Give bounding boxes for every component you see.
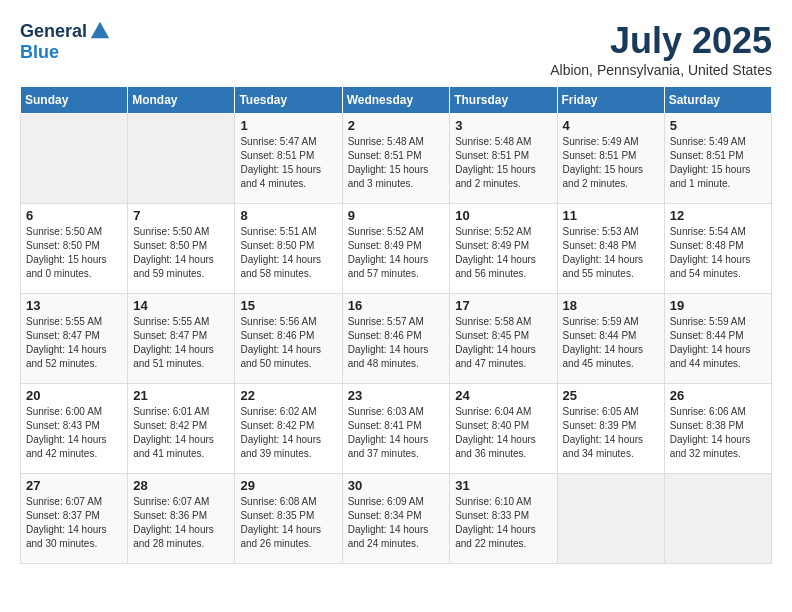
day-info: Sunrise: 6:01 AMSunset: 8:42 PMDaylight:… [133,405,229,461]
day-info: Sunrise: 6:10 AMSunset: 8:33 PMDaylight:… [455,495,551,551]
calendar-week-row: 1Sunrise: 5:47 AMSunset: 8:51 PMDaylight… [21,114,772,204]
day-info: Sunrise: 6:04 AMSunset: 8:40 PMDaylight:… [455,405,551,461]
day-info: Sunrise: 5:49 AMSunset: 8:51 PMDaylight:… [670,135,766,191]
day-number: 12 [670,208,766,223]
calendar-cell: 17Sunrise: 5:58 AMSunset: 8:45 PMDayligh… [450,294,557,384]
day-number: 22 [240,388,336,403]
weekday-header-wednesday: Wednesday [342,87,450,114]
logo: General Blue [20,20,111,63]
calendar-cell: 27Sunrise: 6:07 AMSunset: 8:37 PMDayligh… [21,474,128,564]
calendar-cell: 28Sunrise: 6:07 AMSunset: 8:36 PMDayligh… [128,474,235,564]
day-info: Sunrise: 5:52 AMSunset: 8:49 PMDaylight:… [348,225,445,281]
day-number: 18 [563,298,659,313]
day-number: 29 [240,478,336,493]
calendar-cell: 26Sunrise: 6:06 AMSunset: 8:38 PMDayligh… [664,384,771,474]
calendar-cell: 2Sunrise: 5:48 AMSunset: 8:51 PMDaylight… [342,114,450,204]
calendar-cell: 6Sunrise: 5:50 AMSunset: 8:50 PMDaylight… [21,204,128,294]
day-number: 16 [348,298,445,313]
day-info: Sunrise: 6:00 AMSunset: 8:43 PMDaylight:… [26,405,122,461]
day-number: 2 [348,118,445,133]
day-info: Sunrise: 5:55 AMSunset: 8:47 PMDaylight:… [133,315,229,371]
day-number: 11 [563,208,659,223]
weekday-header-monday: Monday [128,87,235,114]
day-info: Sunrise: 6:09 AMSunset: 8:34 PMDaylight:… [348,495,445,551]
calendar-cell [128,114,235,204]
calendar-cell: 29Sunrise: 6:08 AMSunset: 8:35 PMDayligh… [235,474,342,564]
day-info: Sunrise: 5:52 AMSunset: 8:49 PMDaylight:… [455,225,551,281]
calendar-cell: 11Sunrise: 5:53 AMSunset: 8:48 PMDayligh… [557,204,664,294]
calendar-week-row: 27Sunrise: 6:07 AMSunset: 8:37 PMDayligh… [21,474,772,564]
weekday-header-friday: Friday [557,87,664,114]
day-info: Sunrise: 6:02 AMSunset: 8:42 PMDaylight:… [240,405,336,461]
calendar-cell: 9Sunrise: 5:52 AMSunset: 8:49 PMDaylight… [342,204,450,294]
day-number: 1 [240,118,336,133]
day-info: Sunrise: 5:55 AMSunset: 8:47 PMDaylight:… [26,315,122,371]
day-number: 31 [455,478,551,493]
day-number: 17 [455,298,551,313]
day-info: Sunrise: 5:49 AMSunset: 8:51 PMDaylight:… [563,135,659,191]
day-number: 24 [455,388,551,403]
calendar-cell: 1Sunrise: 5:47 AMSunset: 8:51 PMDaylight… [235,114,342,204]
day-info: Sunrise: 6:06 AMSunset: 8:38 PMDaylight:… [670,405,766,461]
calendar-cell: 13Sunrise: 5:55 AMSunset: 8:47 PMDayligh… [21,294,128,384]
weekday-header-row: SundayMondayTuesdayWednesdayThursdayFrid… [21,87,772,114]
calendar-cell: 16Sunrise: 5:57 AMSunset: 8:46 PMDayligh… [342,294,450,384]
weekday-header-saturday: Saturday [664,87,771,114]
page-header: General Blue July 2025 Albion, Pennsylva… [20,20,772,78]
day-info: Sunrise: 6:07 AMSunset: 8:37 PMDaylight:… [26,495,122,551]
day-number: 26 [670,388,766,403]
weekday-header-tuesday: Tuesday [235,87,342,114]
day-info: Sunrise: 5:57 AMSunset: 8:46 PMDaylight:… [348,315,445,371]
day-number: 14 [133,298,229,313]
day-number: 7 [133,208,229,223]
calendar-cell: 21Sunrise: 6:01 AMSunset: 8:42 PMDayligh… [128,384,235,474]
month-title: July 2025 [550,20,772,62]
day-number: 4 [563,118,659,133]
logo-general-text: General [20,21,87,42]
calendar-cell: 15Sunrise: 5:56 AMSunset: 8:46 PMDayligh… [235,294,342,384]
title-block: July 2025 Albion, Pennsylvania, United S… [550,20,772,78]
calendar-cell: 8Sunrise: 5:51 AMSunset: 8:50 PMDaylight… [235,204,342,294]
day-info: Sunrise: 5:51 AMSunset: 8:50 PMDaylight:… [240,225,336,281]
calendar-week-row: 20Sunrise: 6:00 AMSunset: 8:43 PMDayligh… [21,384,772,474]
calendar-cell: 3Sunrise: 5:48 AMSunset: 8:51 PMDaylight… [450,114,557,204]
calendar-cell: 22Sunrise: 6:02 AMSunset: 8:42 PMDayligh… [235,384,342,474]
day-info: Sunrise: 5:59 AMSunset: 8:44 PMDaylight:… [670,315,766,371]
day-info: Sunrise: 5:47 AMSunset: 8:51 PMDaylight:… [240,135,336,191]
day-number: 6 [26,208,122,223]
day-number: 15 [240,298,336,313]
day-info: Sunrise: 5:53 AMSunset: 8:48 PMDaylight:… [563,225,659,281]
calendar-cell [664,474,771,564]
day-info: Sunrise: 5:50 AMSunset: 8:50 PMDaylight:… [133,225,229,281]
calendar-cell [21,114,128,204]
day-info: Sunrise: 5:56 AMSunset: 8:46 PMDaylight:… [240,315,336,371]
day-number: 13 [26,298,122,313]
svg-marker-0 [91,22,109,39]
calendar-cell: 24Sunrise: 6:04 AMSunset: 8:40 PMDayligh… [450,384,557,474]
day-info: Sunrise: 5:58 AMSunset: 8:45 PMDaylight:… [455,315,551,371]
day-info: Sunrise: 5:54 AMSunset: 8:48 PMDaylight:… [670,225,766,281]
day-info: Sunrise: 6:03 AMSunset: 8:41 PMDaylight:… [348,405,445,461]
day-number: 8 [240,208,336,223]
weekday-header-sunday: Sunday [21,87,128,114]
calendar-cell: 7Sunrise: 5:50 AMSunset: 8:50 PMDaylight… [128,204,235,294]
calendar-cell: 20Sunrise: 6:00 AMSunset: 8:43 PMDayligh… [21,384,128,474]
day-info: Sunrise: 6:07 AMSunset: 8:36 PMDaylight:… [133,495,229,551]
day-number: 23 [348,388,445,403]
day-number: 19 [670,298,766,313]
day-number: 21 [133,388,229,403]
weekday-header-thursday: Thursday [450,87,557,114]
day-number: 20 [26,388,122,403]
location-subtitle: Albion, Pennsylvania, United States [550,62,772,78]
day-info: Sunrise: 5:48 AMSunset: 8:51 PMDaylight:… [348,135,445,191]
day-info: Sunrise: 6:08 AMSunset: 8:35 PMDaylight:… [240,495,336,551]
day-number: 9 [348,208,445,223]
calendar-cell: 12Sunrise: 5:54 AMSunset: 8:48 PMDayligh… [664,204,771,294]
calendar-cell: 23Sunrise: 6:03 AMSunset: 8:41 PMDayligh… [342,384,450,474]
calendar-week-row: 13Sunrise: 5:55 AMSunset: 8:47 PMDayligh… [21,294,772,384]
calendar-cell: 4Sunrise: 5:49 AMSunset: 8:51 PMDaylight… [557,114,664,204]
day-number: 5 [670,118,766,133]
day-info: Sunrise: 5:50 AMSunset: 8:50 PMDaylight:… [26,225,122,281]
logo-icon [89,20,111,42]
calendar-cell: 5Sunrise: 5:49 AMSunset: 8:51 PMDaylight… [664,114,771,204]
